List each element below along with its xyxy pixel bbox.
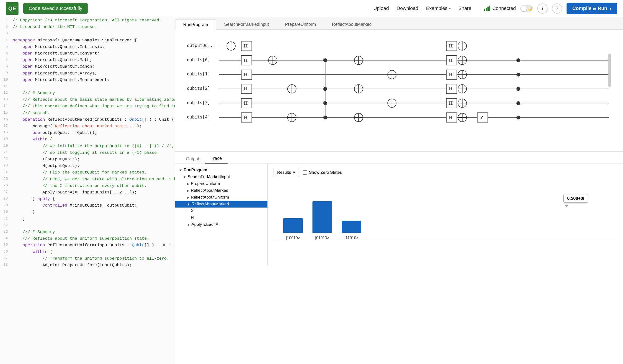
- code-line: 29 Controlled X(inputQubits, outputQubit…: [0, 202, 175, 209]
- chart-bar-item: |01010>: [312, 201, 332, 240]
- line-number: 20: [0, 143, 12, 150]
- code-line: 6 open Microsoft.Quantum.Convert;: [0, 50, 175, 57]
- show-zero-states-toggle[interactable]: Show Zero States: [303, 170, 342, 175]
- trace-tree[interactable]: ▼RunProgram▼SearchForMarkedInput▶Prepare…: [175, 164, 268, 266]
- svg-text:qubits[0]: qubits[0]: [187, 57, 210, 62]
- code-line: 37 // Transform the uniform superpositio…: [0, 255, 175, 262]
- circuit-tab-runprogram[interactable]: RunProgram: [175, 20, 216, 30]
- svg-text:H: H: [244, 86, 247, 91]
- line-number: 38: [0, 262, 12, 268]
- trace-item-applytoeacha[interactable]: ▼ApplyToEachA: [175, 221, 267, 228]
- code-line: 16 operation ReflectAboutMarked(inputQub…: [0, 116, 175, 123]
- code-line: 20 // We initialize the outputQubit to (…: [0, 143, 175, 150]
- code-line: 9 open Microsoft.Quantum.Arrays;: [0, 70, 175, 77]
- compile-run-button[interactable]: Compile & Run ▾: [567, 3, 617, 14]
- svg-text:outputQu...: outputQu...: [187, 43, 215, 48]
- trace-item-reflectaboutmarked[interactable]: ▶ReflectAboutMarked: [175, 187, 267, 194]
- results-toolbar: Results ▾ Show Zero States: [273, 168, 617, 177]
- code-line: 4namespace Microsoft.Quantum.Samples.Sim…: [0, 37, 175, 43]
- line-content: ApplyToEachA(X, inputQubits[...2...]);: [12, 189, 175, 196]
- line-number: 26: [0, 182, 12, 189]
- code-line: 23 H(outputQubit);: [0, 163, 175, 169]
- chart-bar-label: |10010>: [286, 236, 300, 240]
- line-number: 11: [0, 83, 12, 90]
- info-button[interactable]: ℹ: [537, 3, 548, 14]
- download-button[interactable]: Download: [397, 6, 418, 11]
- help-button[interactable]: ?: [552, 3, 562, 14]
- tab-trace[interactable]: Trace: [205, 154, 227, 164]
- line-number: 17: [0, 123, 12, 129]
- trace-item-searchformarkedinput[interactable]: ▼SearchForMarkedInput: [175, 173, 267, 180]
- circuit-tab-reflectaboutmarked[interactable]: ReflectAboutMarked: [324, 19, 380, 29]
- code-line: 34 /// Reflects about the uniform superp…: [0, 235, 175, 242]
- code-line: 2// Licensed under the MIT License.: [0, 24, 175, 30]
- trace-item-reflectaboutuniform[interactable]: ▶ReflectAboutUniform: [175, 194, 267, 201]
- code-editor[interactable]: 1// Copyright (c) Microsoft Corporation.…: [0, 17, 175, 364]
- circuit-tab-searchformarkedinput[interactable]: SearchForMarkedInput: [216, 19, 277, 29]
- code-line: 13 /// Reflects about the basis state ma…: [0, 96, 175, 103]
- results-dropdown[interactable]: Results ▾: [273, 168, 299, 177]
- chart-bar-item: |10010>: [283, 218, 303, 240]
- svg-rect-94: [608, 54, 611, 87]
- right-panel: RunProgramSearchForMarkedInputPrepareUni…: [175, 17, 623, 364]
- line-number: 3: [0, 30, 12, 37]
- svg-point-63: [516, 87, 520, 91]
- svg-text:Z: Z: [480, 115, 484, 120]
- code-line: 1// Copyright (c) Microsoft Corporation.…: [0, 17, 175, 24]
- line-content: open Microsoft.Quantum.Math;: [12, 57, 175, 63]
- trace-item-h[interactable]: H: [175, 214, 267, 221]
- upload-button[interactable]: Upload: [373, 6, 389, 11]
- line-number: 19: [0, 136, 12, 143]
- line-number: 5: [0, 43, 12, 50]
- svg-text:H: H: [244, 72, 247, 77]
- svg-point-48: [516, 73, 520, 77]
- svg-point-93: [516, 116, 520, 119]
- code-line: 5 open Microsoft.Quantum.Intrinsic;: [0, 43, 175, 50]
- code-line: 27 ApplyToEachA(X, inputQubits[...2...])…: [0, 189, 175, 196]
- line-content: X(outputQubit);: [12, 156, 175, 163]
- line-number: 6: [0, 50, 12, 57]
- svg-text:qubits[4]: qubits[4]: [187, 115, 210, 119]
- code-line: 38 Adjoint PrepareUniform(inputQubits);: [0, 262, 175, 268]
- line-number: 2: [0, 24, 12, 30]
- theme-toggle[interactable]: 🌙: [520, 5, 533, 12]
- line-content: open Microsoft.Quantum.Intrinsic;: [12, 43, 175, 50]
- line-content: operation ReflectAboutUniform(inputQubit…: [12, 242, 175, 248]
- line-content: namespace Microsoft.Quantum.Samples.Simp…: [12, 37, 175, 43]
- line-content: // Licensed under the MIT License.: [12, 24, 175, 30]
- code-line: 7 open Microsoft.Quantum.Math;: [0, 57, 175, 63]
- line-number: 22: [0, 156, 12, 163]
- topbar-right: Connected 🌙 ℹ ? Compile & Run ▾: [484, 3, 617, 14]
- circuit-tab-prepareuniform[interactable]: PrepareUniform: [277, 19, 324, 29]
- svg-text:H: H: [449, 86, 453, 91]
- svg-point-82: [323, 116, 327, 119]
- line-content: // Flip the outputQubit for marked state…: [12, 169, 175, 176]
- line-content: /// search.: [12, 110, 175, 116]
- line-content: Message("Reflecting about marked state..…: [12, 123, 175, 129]
- line-number: 14: [0, 103, 12, 109]
- line-content: // so that toggling it results in a (-1)…: [12, 150, 175, 156]
- trace-item-prepareuniform[interactable]: ▶PrepareUniform: [175, 180, 267, 187]
- line-number: 7: [0, 57, 12, 63]
- line-number: 12: [0, 90, 12, 96]
- trace-item-x[interactable]: X: [175, 208, 267, 214]
- svg-text:H: H: [449, 43, 453, 48]
- line-content: open Microsoft.Quantum.Arrays;: [12, 70, 175, 77]
- tab-output[interactable]: Output: [180, 154, 205, 164]
- line-number: 36: [0, 249, 12, 255]
- chart-bar-label: |01010>: [315, 236, 329, 240]
- code-line: 33 /// # Summary: [0, 229, 175, 235]
- dropdown-chevron-icon: ▾: [293, 170, 295, 175]
- circuit-diagram[interactable]: outputQu... qubits[0] qubits[1] qubits[2…: [175, 30, 623, 151]
- share-button[interactable]: Share: [459, 6, 471, 11]
- show-zero-states-checkbox[interactable]: [303, 170, 307, 175]
- line-number: 29: [0, 202, 12, 209]
- line-content: // the X instruction on every other qubi…: [12, 182, 175, 189]
- code-line: 22 X(outputQubit);: [0, 156, 175, 163]
- trace-item-reflectaboutmarked2[interactable]: ▼ReflectAboutMarked: [175, 201, 267, 208]
- theme-knob: [521, 6, 527, 11]
- code-line: 24 // Flip the outputQubit for marked st…: [0, 169, 175, 176]
- examples-button[interactable]: Examples ▾: [426, 6, 451, 11]
- line-number: 8: [0, 63, 12, 70]
- trace-item-runprogram[interactable]: ▼RunProgram: [175, 167, 267, 173]
